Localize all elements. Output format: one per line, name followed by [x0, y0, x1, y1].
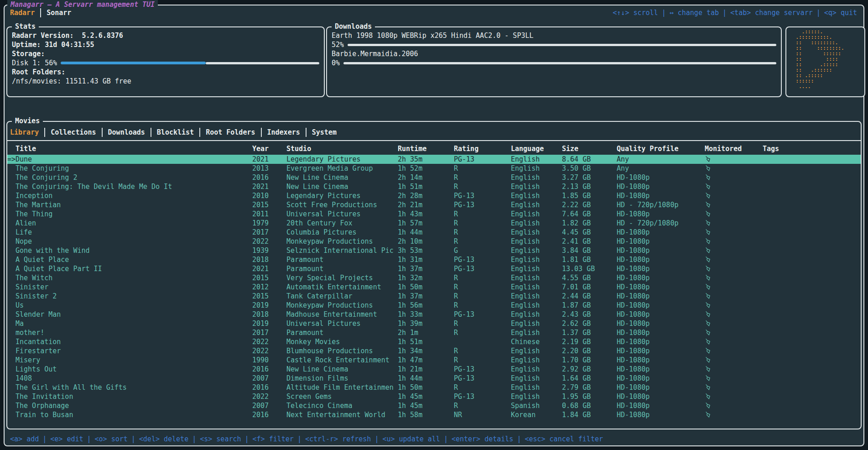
table-row[interactable]: A Quiet Place Part II2021Paramount1h 37m… [7, 264, 861, 273]
cell-title: Sinister 2 [16, 292, 252, 301]
table-row[interactable]: Firestarter2022Blumhouse Productions1h 3… [7, 346, 861, 356]
table-row[interactable]: Life2017Columbia Pictures1h 44mREnglish4… [7, 228, 861, 237]
movies-tab-system[interactable]: System [312, 128, 337, 137]
cell-runtime: 1h 44m [398, 374, 454, 383]
cell-rating: PG-13 [454, 374, 511, 383]
cell-year: 1990 [252, 356, 286, 365]
cell-monitored [705, 173, 763, 182]
cell-studio: Tank Caterpillar [286, 292, 398, 301]
monitored-tag-icon [705, 402, 711, 410]
cell-rating: R [454, 209, 511, 219]
tab-separator [44, 128, 45, 137]
movies-tab-root-folders[interactable]: Root Folders [206, 128, 255, 137]
cell-monitored [705, 182, 763, 191]
cell-size: 1.85 GB [562, 191, 617, 200]
table-row[interactable]: Slender Man2018Madhouse Entertainment1h … [7, 310, 861, 319]
column-header-year: Year [252, 144, 286, 153]
table-row[interactable]: The Invitation2022Screen Gems1h 45mPG-13… [7, 392, 861, 401]
cell-quality: HD-1080p [617, 173, 705, 182]
cell-runtime: 2h 10m [398, 237, 454, 246]
table-row[interactable]: Us2019Monkeypaw Productions1h 56mREnglis… [7, 301, 861, 310]
cell-size: 0.68 GB [562, 401, 617, 410]
cell-size: 3.50 GB [562, 164, 617, 173]
tab-separator [261, 128, 262, 137]
cell-title: Nope [16, 237, 252, 246]
table-row[interactable]: The Conjuring2013Evergreen Media Group1h… [7, 164, 861, 173]
table-row[interactable]: Train to Busan2016Next Entertainment Wor… [7, 410, 861, 419]
table-row[interactable]: Misery1990Castle Rock Entertainment1h 47… [7, 356, 861, 365]
table-row[interactable]: Lights Out2016New Line Cinema1h 21mPG-13… [7, 365, 861, 374]
cell-language: English [511, 237, 562, 246]
cell-monitored [705, 155, 763, 164]
cell-rating: R [454, 401, 511, 410]
column-header-rating: Rating [454, 144, 511, 153]
movies-tab-blocklist[interactable]: Blocklist [157, 128, 194, 137]
monitored-tag-icon [705, 392, 711, 401]
cell-rating: NR [454, 410, 511, 419]
movies-tab-library[interactable]: Library [10, 128, 39, 137]
table-row[interactable]: mother!2017Paramount2h 1mREnglish1.37 GB… [7, 328, 861, 337]
cell-runtime: 2h 21m [398, 200, 454, 209]
cell-runtime: 1h 45m [398, 401, 454, 410]
cell-studio: Evergreen Media Group [286, 164, 398, 173]
cell-language: English [511, 310, 562, 319]
keybind-label: details [484, 435, 513, 443]
cell-year: 2016 [252, 365, 286, 374]
cell-runtime: 1h 51m [398, 182, 454, 191]
table-row[interactable]: Ma2019Universal Pictures1h 39mREnglish2.… [7, 319, 861, 328]
table-row[interactable]: Sinister2012Automatik Entertainment1h 50… [7, 283, 861, 292]
movies-tab-collections[interactable]: Collections [51, 128, 96, 137]
monitored-tag-icon [705, 219, 711, 227]
table-row[interactable]: 14082007Dimension Films1h 44mPG-13Englis… [7, 374, 861, 383]
help-separator: | [188, 435, 200, 443]
table-row[interactable]: Incantation2022Monkey Movies1h 51mChines… [7, 337, 861, 346]
cell-studio: Paramount [286, 264, 398, 273]
cell-language: English [511, 173, 562, 182]
table-row[interactable]: The Thing2011Universal Pictures1h 43mREn… [7, 209, 861, 219]
cell-year: 2022 [252, 392, 286, 401]
download-gauge-track [348, 44, 776, 46]
movies-tab-downloads[interactable]: Downloads [108, 128, 145, 137]
monitored-tag-icon [705, 329, 711, 337]
table-row[interactable]: Nope2022Monkeypaw Productions2h 10mREngl… [7, 237, 861, 246]
cell-rating: G [454, 246, 511, 255]
cell-title: Inception [16, 191, 252, 200]
servarr-tab-radarr[interactable]: Radarr [10, 8, 35, 17]
movies-tab-indexers[interactable]: Indexers [267, 128, 300, 137]
cell-studio: Legendary Pictures [286, 191, 398, 200]
cell-year: 2015 [252, 200, 286, 209]
keybind-key: <ctrl-r> [305, 435, 338, 443]
monitored-tag-icon [705, 292, 711, 300]
monitored-tag-icon [705, 383, 711, 392]
cell-rating: R [454, 219, 511, 228]
table-row[interactable]: Sinister 22015Tank Caterpillar1h 37mREng… [7, 292, 861, 301]
cell-studio: New Line Cinema [286, 365, 398, 374]
monitored-tag-icon [705, 319, 711, 328]
cell-rating: R [454, 346, 511, 356]
cell-size: 7.01 GB [562, 283, 617, 292]
table-row[interactable]: The Orphanage2007Telecinco Cinema1h 45mR… [7, 401, 861, 410]
cell-title: The Girl with All the Gifts [16, 383, 252, 392]
keybind-key: <esc> [525, 435, 545, 443]
cell-language: English [511, 356, 562, 365]
table-row[interactable]: The Girl with All the Gifts2016Altitude … [7, 383, 861, 392]
table-row[interactable]: The Martian2015Scott Free Productions2h … [7, 200, 861, 209]
cell-quality: HD-1080p [617, 255, 705, 264]
table-row[interactable]: A Quiet Place2018Paramount1h 31mPG-13Eng… [7, 255, 861, 264]
help-separator: | [513, 435, 525, 443]
table-row[interactable]: Inception2010Legendary Pictures2h 28mPG-… [7, 191, 861, 200]
cell-studio: Altitude Film Entertainmen [286, 383, 398, 392]
monitored-tag-icon [705, 301, 711, 309]
table-row[interactable]: The Conjuring: The Devil Made Me Do It20… [7, 182, 861, 191]
table-row[interactable]: The Witch2015Very Special Projects1h 32m… [7, 273, 861, 283]
table-row[interactable]: The Conjuring 22016New Line Cinema2h 14m… [7, 173, 861, 182]
table-row[interactable]: Gone with the Wind1939Selznick Internati… [7, 246, 861, 255]
table-row[interactable]: Alien197920th Century Fox1h 57mREnglish1… [7, 219, 861, 228]
servarr-tab-sonarr[interactable]: Sonarr [47, 8, 71, 17]
cell-studio: Screen Gems [286, 392, 398, 401]
cell-title: Incantation [16, 337, 252, 346]
cell-rating: R [454, 319, 511, 328]
uptime: Uptime: 31d 04:31:55 [12, 40, 319, 49]
tab-separator [199, 128, 200, 137]
table-row[interactable]: =>Dune2021Legendary Pictures2h 35mPG-13E… [7, 155, 861, 164]
